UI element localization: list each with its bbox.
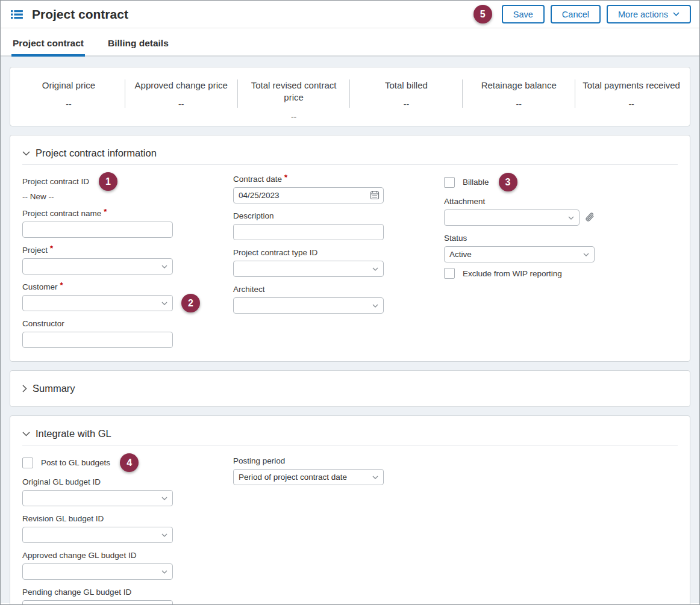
section-header-summary[interactable]: Summary: [22, 377, 678, 400]
constructor-label: Constructor: [22, 319, 233, 328]
project-contract-name-input[interactable]: [22, 222, 173, 238]
project-contract-id-label-row: Project contract ID 1: [22, 175, 233, 188]
chevron-down-icon: [22, 151, 30, 156]
gl-column-right: Posting period Period of project contrac…: [233, 445, 678, 485]
label-text: Contract date: [233, 175, 282, 184]
billable-checkbox[interactable]: [444, 177, 455, 188]
description-input[interactable]: [233, 224, 384, 240]
section-header-integrate-with-gl[interactable]: Integrate with GL: [22, 422, 678, 445]
required-marker: *: [104, 207, 107, 216]
page-title: Project contract: [32, 7, 128, 22]
section-project-contract-information: Project contract information Project con…: [10, 135, 690, 362]
gl-column-left: Post to GL budgets 4 Original GL budget …: [22, 445, 233, 605]
customer-label: Customer *: [22, 282, 233, 291]
chevron-down-icon: [161, 570, 167, 574]
project-select[interactable]: [22, 258, 173, 275]
constructor-input[interactable]: [22, 332, 173, 348]
architect-select[interactable]: [233, 297, 384, 314]
metric-label: Approved change price: [131, 79, 231, 92]
original-gl-budget-id-label: Original GL budget ID: [22, 477, 233, 486]
metrics-strip: Original price -- Approved change price …: [10, 67, 690, 126]
metric-original-price: Original price --: [13, 79, 125, 108]
posting-period-select[interactable]: Period of project contract date: [233, 469, 384, 485]
attachment-label: Attachment: [444, 197, 678, 206]
billable-label: Billable: [463, 178, 489, 187]
chevron-down-icon: [372, 476, 378, 479]
calendar-icon[interactable]: [370, 190, 380, 200]
metric-value: --: [469, 99, 569, 109]
exclude-wip-checkbox[interactable]: [444, 268, 455, 279]
cancel-button[interactable]: Cancel: [551, 5, 601, 23]
chevron-down-icon: [161, 302, 167, 305]
chevron-down-icon: [161, 265, 167, 268]
tab-project-contract[interactable]: Project contract: [11, 31, 85, 57]
project-contract-id-value: -- New --: [22, 192, 233, 201]
exclude-wip-row: Exclude from WIP reporting: [444, 268, 678, 279]
chevron-down-icon: [673, 12, 680, 16]
description-label: Description: [233, 211, 444, 220]
exclude-wip-label: Exclude from WIP reporting: [463, 269, 562, 278]
save-button[interactable]: Save: [502, 5, 545, 23]
tab-billing-details[interactable]: Billing details: [107, 31, 170, 57]
list-menu-icon[interactable]: [10, 8, 23, 20]
original-gl-budget-id-select[interactable]: [22, 490, 173, 506]
billable-row: Billable 3: [444, 175, 678, 189]
info-column-right: Billable 3 Attachment Status: [444, 165, 678, 279]
status-select[interactable]: Active: [444, 246, 595, 262]
project-label: Project *: [22, 246, 233, 255]
section-summary: Summary: [10, 370, 690, 407]
select-value: Period of project contract date: [239, 473, 372, 482]
architect-label: Architect: [233, 285, 444, 294]
customer-select[interactable]: [22, 295, 173, 311]
pending-change-gl-budget-id-select[interactable]: [22, 600, 173, 605]
project-contract-type-id-select[interactable]: [233, 261, 384, 277]
metric-value: --: [581, 99, 681, 109]
project-contract-type-id-label: Project contract type ID: [233, 248, 444, 257]
contract-date-input[interactable]: [233, 187, 384, 203]
metric-label: Retainage balance: [469, 79, 569, 92]
revision-gl-budget-id-select[interactable]: [22, 527, 173, 543]
metric-value: --: [356, 99, 456, 109]
attachment-select[interactable]: [444, 209, 580, 226]
metric-label: Total payments received: [581, 79, 681, 92]
more-actions-button[interactable]: More actions: [607, 5, 691, 23]
info-column-left: Project contract ID 1 -- New -- Project …: [22, 165, 233, 348]
required-marker: *: [284, 173, 287, 182]
label-text: Project: [22, 246, 48, 255]
chevron-right-icon: [22, 385, 27, 392]
post-to-gl-budgets-checkbox[interactable]: [22, 458, 33, 468]
attachment-row: [444, 209, 678, 226]
contract-date-label: Contract date *: [233, 175, 444, 184]
metric-label: Total revised contract price: [244, 79, 344, 104]
customer-row: 2: [22, 295, 233, 311]
callout-badge-1: 1: [99, 172, 117, 191]
chevron-down-icon: [372, 267, 378, 271]
project-contract-id-label: Project contract ID: [22, 177, 89, 186]
project-contract-name-label: Project contract name *: [22, 209, 233, 218]
approved-change-gl-budget-id-label: Approved change GL budget ID: [22, 551, 233, 560]
more-actions-label: More actions: [618, 10, 668, 19]
callout-badge-2: 2: [181, 294, 200, 312]
section-header-project-contract-information[interactable]: Project contract information: [22, 141, 678, 165]
callout-badge-5: 5: [473, 5, 492, 23]
metric-value: --: [244, 112, 344, 122]
chevron-down-icon: [161, 497, 167, 500]
required-marker: *: [50, 244, 53, 253]
metric-approved-change-price: Approved change price --: [125, 79, 237, 108]
metric-label: Total billed: [356, 79, 456, 92]
required-marker: *: [60, 281, 63, 290]
paperclip-icon[interactable]: [585, 212, 596, 223]
metric-label: Original price: [19, 79, 119, 92]
chevron-down-icon: [372, 304, 378, 308]
section-title: Summary: [33, 383, 75, 394]
tab-bar: Project contract Billing details: [1, 28, 699, 57]
info-column-middle: Contract date * Description Project cont…: [233, 165, 444, 314]
label-text: Project contract name: [22, 209, 101, 218]
metric-total-billed: Total billed --: [349, 79, 462, 108]
status-label: Status: [444, 234, 678, 243]
contract-date-field: [233, 187, 384, 203]
section-title: Integrate with GL: [36, 428, 111, 439]
chevron-down-icon: [22, 432, 30, 436]
section-title: Project contract information: [36, 147, 157, 159]
approved-change-gl-budget-id-select[interactable]: [22, 563, 173, 580]
